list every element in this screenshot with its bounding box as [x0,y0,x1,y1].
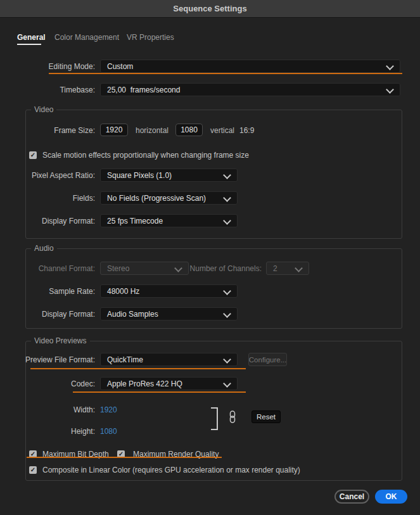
ok-button[interactable]: OK [375,490,407,504]
vertical-label: vertical [210,126,234,135]
fields-value: No Fields (Progressive Scan) [107,194,206,203]
video-group-legend: Video [31,105,56,114]
frame-width-value: 1920 [106,125,123,134]
chevron-down-icon [223,171,231,179]
audio-display-format-label: Display Format: [0,310,95,319]
audio-group-legend: Audio [31,244,57,253]
codec-value: Apple ProRes 422 HQ [107,379,182,388]
preview-width-value[interactable]: 1920 [100,405,117,414]
aspect-ratio-value: 16:9 [239,126,254,135]
sample-rate-label: Sample Rate: [0,287,95,296]
codec-row: Codec: Apple ProRes 422 HQ [0,377,401,390]
max-quality-row: ✓ Maximum Bit Depth ✓ Maximum Render Qua… [0,447,401,461]
reset-button-label: Reset [257,413,276,421]
preview-height-value[interactable]: 1080 [100,427,117,436]
frame-height-input[interactable]: 1080 [175,124,203,136]
frame-width-input[interactable]: 1920 [100,124,128,136]
pixel-aspect-ratio-dropdown[interactable]: Square Pixels (1.0) [100,168,238,182]
fields-dropdown[interactable]: No Fields (Progressive Scan) [100,191,238,205]
frame-size-row: Frame Size: 1920 horizontal 1080 vertica… [0,124,401,137]
channel-format-label: Channel Format: [0,264,95,273]
codec-label: Codec: [0,379,95,388]
check-icon: ✓ [30,151,35,159]
composite-linear-row: ✓ Composite in Linear Color (requires GP… [0,463,401,476]
timebase-row: Timebase: 25,00 frames/second [0,83,401,96]
preview-file-format-value: QuickTime [107,355,143,364]
video-previews-group-legend: Video Previews [31,336,90,345]
configure-button-label: Configure... [249,356,286,364]
reset-button[interactable]: Reset [251,410,281,423]
sample-rate-dropdown[interactable]: 48000 Hz [100,284,238,298]
editing-mode-accent-underline [49,73,402,74]
preview-width-row: Width: 1920 [0,403,401,416]
channel-format-row: Channel Format: Stereo Number of Channel… [0,262,401,275]
video-display-format-value: 25 fps Timecode [107,217,163,226]
editing-mode-row: Editing Mode: Custom [0,60,401,73]
scale-motion-checkbox[interactable]: ✓ [29,151,37,159]
audio-display-format-dropdown[interactable]: Audio Samples [100,307,238,321]
preview-height-row: Height: 1080 [0,424,401,438]
scale-motion-label: Scale motion effects proportionally when… [42,151,249,160]
timebase-label: Timebase: [0,86,95,94]
composite-linear-checkbox[interactable]: ✓ [29,466,37,474]
tab-general[interactable]: General [17,33,46,42]
max-quality-accent-underline [27,457,222,458]
preview-height-label: Height: [0,427,95,436]
fields-row: Fields: No Fields (Progressive Scan) [0,191,401,205]
chevron-down-icon [295,264,303,272]
tab-general-active-underline [17,44,41,45]
editing-mode-label: Editing Mode: [0,62,95,71]
sample-rate-value: 48000 Hz [107,287,139,296]
dimension-bracket-icon [211,407,218,430]
ok-button-label: OK [386,492,397,501]
audio-display-format-value: Audio Samples [107,310,158,319]
composite-linear-label: Composite in Linear Color (requires GPU … [42,466,300,474]
tab-vr-properties[interactable]: VR Properties [127,33,174,42]
cancel-button[interactable]: Cancel [334,490,369,504]
video-display-format-label: Display Format: [0,217,95,226]
sample-rate-row: Sample Rate: 48000 Hz [0,284,401,298]
preview-width-label: Width: [0,405,95,414]
chevron-down-icon [223,194,231,202]
number-of-channels-dropdown: 2 [266,262,309,275]
audio-display-format-row: Display Format: Audio Samples [0,307,401,321]
video-display-format-row: Display Format: 25 fps Timecode [0,214,401,227]
editing-mode-dropdown[interactable]: Custom [100,60,400,73]
frame-size-label: Frame Size: [0,126,95,135]
chevron-down-icon [223,217,231,225]
preview-file-format-accent-underline [30,368,246,369]
number-of-channels-label: Number of Channels: [165,264,262,273]
pixel-aspect-ratio-row: Pixel Aspect Ratio: Square Pixels (1.0) [0,168,401,182]
link-icon[interactable] [228,410,237,423]
timebase-dropdown[interactable]: 25,00 frames/second [100,83,400,96]
editing-mode-value: Custom [107,62,133,71]
preview-file-format-dropdown[interactable]: QuickTime [100,353,238,366]
number-of-channels-value: 2 [273,264,277,273]
scale-motion-row: ✓ Scale motion effects proportionally wh… [0,148,401,162]
check-icon: ✓ [30,466,35,474]
horizontal-label: horizontal [136,126,169,135]
channel-format-value: Stereo [107,264,129,273]
configure-button: Configure... [248,353,287,366]
preview-file-format-row: Preview File Format: QuickTime Configure… [0,353,401,366]
chevron-down-icon [223,287,231,295]
chevron-down-icon [386,62,394,70]
dialog-title: Sequence Settings [173,4,246,13]
preview-file-format-label: Preview File Format: [0,355,95,364]
codec-dropdown[interactable]: Apple ProRes 422 HQ [100,377,238,390]
pixel-aspect-ratio-label: Pixel Aspect Ratio: [0,171,95,180]
chevron-down-icon [223,379,231,388]
timebase-value: 25,00 frames/second [107,86,180,94]
tab-color-management[interactable]: Color Management [54,33,119,42]
chevron-down-icon [223,355,231,364]
video-display-format-dropdown[interactable]: 25 fps Timecode [100,214,238,227]
chevron-down-icon [386,86,394,94]
dialog-titlebar: Sequence Settings [0,0,420,18]
fields-label: Fields: [0,194,95,203]
sequence-settings-dialog: Sequence Settings General Color Manageme… [0,0,420,515]
chevron-down-icon [223,310,231,318]
cancel-button-label: Cancel [340,492,364,501]
codec-accent-underline [73,391,246,393]
pixel-aspect-ratio-value: Square Pixels (1.0) [107,171,172,180]
frame-height-value: 1080 [181,125,198,134]
